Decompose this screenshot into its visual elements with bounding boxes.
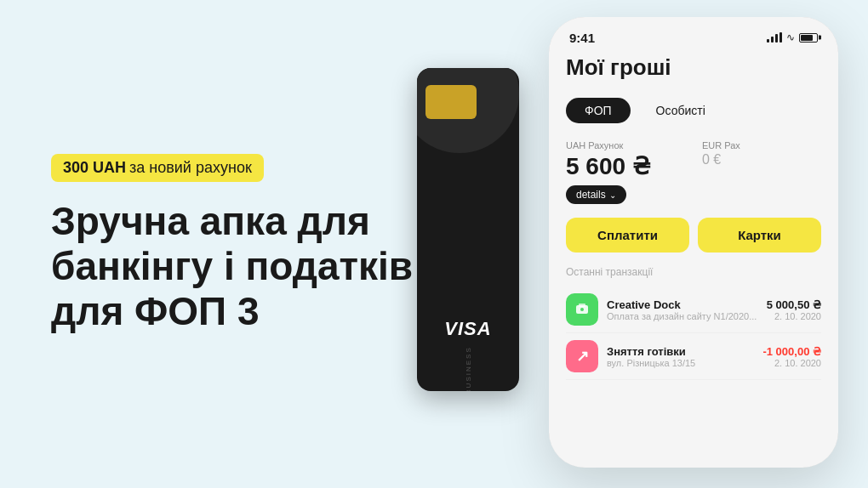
svg-rect-1 (579, 304, 585, 307)
transaction-details-cash: Зняття готівки вул. Різницька 13/15 (607, 345, 754, 368)
transaction-details-creative-dock: Creative Dock Оплата за дизайн сайту N1/… (607, 298, 758, 321)
phone-frame: 9:41 ∿ Мої гроші (549, 17, 838, 468)
visa-business: Business (465, 346, 472, 391)
account-uah-balance: 5 600 ₴ (566, 152, 685, 180)
transaction-amount-creative-dock: 5 000,50 ₴ 2. 10. 2020 (767, 298, 821, 321)
transaction-icon-creative-dock (566, 293, 598, 326)
transaction-name: Зняття готівки (607, 345, 754, 358)
transactions-label: Останні транзакції (566, 266, 821, 278)
account-eur-balance: 0 € (702, 152, 821, 167)
transaction-desc: Оплата за дизайн сайту N1/2020... (607, 311, 758, 321)
transaction-item[interactable]: Creative Dock Оплата за дизайн сайту N1/… (566, 287, 821, 333)
visa-logo: VISA (444, 318, 491, 340)
transaction-amount-cash: -1 000,00 ₴ 2. 10. 2020 (762, 345, 821, 368)
signal-bars-icon (767, 32, 782, 43)
transaction-item[interactable]: ↗ Зняття готівки вул. Різницька 13/15 -1… (566, 333, 821, 380)
status-icons: ∿ (767, 31, 818, 43)
wifi-icon: ∿ (786, 31, 795, 43)
pay-button[interactable]: Сплатити (566, 218, 689, 253)
action-buttons: Сплатити Картки (566, 218, 821, 253)
tabs-row: ФОП Особисті (566, 98, 821, 123)
account-uah: UAH Рахунок 5 600 ₴ details ⌄ (566, 140, 685, 204)
promo-text: за новий рахунок (129, 159, 252, 177)
tab-fop[interactable]: ФОП (566, 98, 631, 123)
left-section: 300 UAH за новий рахунок Зручна апка для… (51, 0, 443, 488)
account-uah-label: UAH Рахунок (566, 140, 685, 150)
battery-icon (799, 33, 818, 43)
status-time: 9:41 (569, 31, 595, 45)
promo-amount: 300 UAH (63, 159, 126, 177)
card-container: VISA Business (417, 68, 528, 425)
account-eur-label: EUR Рах (702, 140, 821, 150)
main-heading: Зручна апка для банкінгу і податків для … (51, 199, 443, 334)
promo-badge: 300 UAH за новий рахунок (51, 154, 264, 182)
phone-inner: 9:41 ∿ Мої гроші (549, 17, 838, 468)
details-button[interactable]: details ⌄ (566, 185, 626, 204)
app-content: Мої гроші ФОП Особисті UAH Рахунок (549, 51, 838, 380)
visa-card: VISA Business (417, 68, 519, 391)
transaction-icon-cash: ↗ (566, 340, 598, 372)
transaction-date: 2. 10. 2020 (767, 311, 821, 321)
svg-point-2 (580, 308, 584, 311)
account-section: UAH Рахунок 5 600 ₴ details ⌄ EUR Рах (566, 140, 821, 204)
phone-wrapper: 9:41 ∿ Мої гроші (536, 17, 851, 476)
transaction-name: Creative Dock (607, 298, 758, 311)
transaction-value: -1 000,00 ₴ (762, 345, 821, 358)
transaction-date: 2. 10. 2020 (762, 358, 821, 368)
chevron-down-icon: ⌄ (609, 190, 616, 200)
transaction-desc: вул. Різницька 13/15 (607, 358, 754, 368)
tab-personal[interactable]: Особисті (637, 98, 724, 123)
cards-button[interactable]: Картки (698, 218, 821, 253)
account-eur: EUR Рах 0 € (702, 140, 821, 167)
status-bar: 9:41 ∿ (549, 17, 838, 51)
transaction-value: 5 000,50 ₴ (767, 298, 821, 311)
page-title: Мої гроші (566, 51, 821, 84)
